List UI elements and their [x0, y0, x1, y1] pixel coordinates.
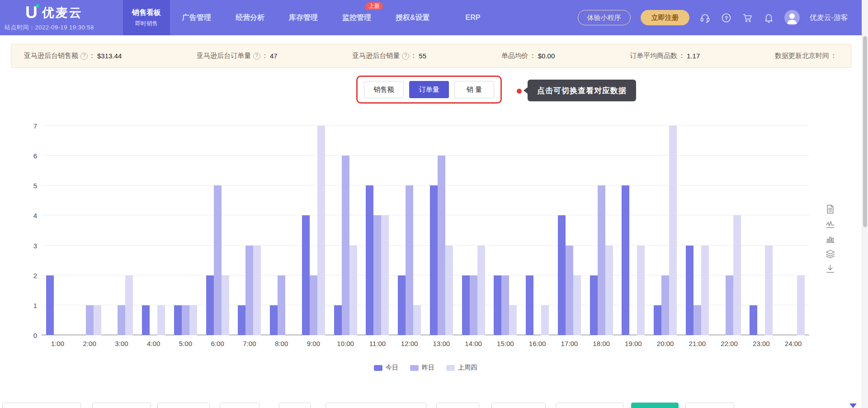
summary-stats-bar: 亚马逊后台销售额?：$313.44亚马逊后台订单量?：47亚马逊后台销量?：55… [11, 44, 852, 68]
bar-今日 [302, 215, 310, 335]
bar-今日 [206, 275, 214, 335]
bar-上周四 [253, 246, 261, 335]
metric-tab-3[interactable]: 销 量 [454, 81, 494, 98]
bar-今日 [174, 305, 182, 335]
line-chart-icon[interactable] [825, 218, 836, 230]
cart-icon[interactable] [742, 12, 753, 24]
bar-group: 1:00 [42, 126, 74, 335]
chart-side-toolbar [825, 204, 836, 275]
x-axis-tick-label: 19:00 [625, 340, 642, 347]
bar-group: 6:00 [202, 126, 234, 335]
x-axis-tick-label: 9:00 [307, 340, 320, 347]
document-icon[interactable] [825, 204, 836, 215]
legend-item[interactable]: 昨日 [410, 364, 434, 372]
scroll-down-arrow-icon[interactable] [849, 403, 857, 408]
y-axis-tick-label: 1 [22, 302, 37, 309]
help-icon[interactable]: ? [402, 52, 409, 60]
bar-group: 5:00 [170, 126, 202, 335]
stat-item: 亚马逊后台销售额?：$313.44 [24, 52, 122, 60]
bar-昨日 [182, 305, 189, 335]
bar-上周四 [222, 275, 229, 335]
bar-group: 17:00 [553, 126, 585, 335]
bar-今日 [334, 305, 342, 335]
partial-control[interactable] [556, 403, 623, 408]
bar-今日 [462, 275, 470, 335]
bar-上周四 [349, 246, 357, 335]
partial-primary-button[interactable] [631, 403, 679, 408]
bar-上周四 [701, 246, 709, 335]
bar-今日 [558, 215, 566, 335]
stat-label: 订单平均商品数 [630, 52, 677, 60]
x-axis-tick-label: 6:00 [211, 340, 224, 347]
legend-label: 上周四 [458, 364, 477, 372]
stat-colon: ： [410, 52, 417, 60]
bar-今日 [622, 185, 629, 335]
partial-control[interactable] [157, 403, 210, 408]
bar-group: 11:00 [362, 126, 394, 335]
nav-item-2[interactable]: 广告管理 [178, 0, 216, 35]
partial-control[interactable] [326, 403, 426, 408]
nav-item-4[interactable]: 库存管理 [284, 0, 322, 35]
x-axis-tick-label: 16:00 [529, 340, 546, 347]
layers-icon[interactable] [825, 248, 836, 260]
mini-program-button[interactable]: 体验小程序 [578, 10, 631, 25]
metric-tab-group-highlight: 销售额订单量销 量 [356, 76, 502, 104]
partial-control[interactable] [491, 403, 546, 408]
x-axis-tick-label: 7:00 [243, 340, 256, 347]
callout-tooltip: 点击可切换查看对应数据 [528, 80, 636, 101]
bar-上周四 [413, 305, 421, 335]
partial-control[interactable] [436, 403, 479, 408]
partial-control[interactable] [2, 403, 81, 408]
legend-item[interactable]: 上周四 [446, 364, 477, 372]
nav-item-label: ERP [466, 14, 481, 22]
help-icon[interactable]: ? [80, 52, 88, 60]
site-time: 站点时间：2022-09-19 19:30:58 [5, 24, 94, 32]
nav-item-7[interactable]: ERP [461, 0, 485, 35]
metric-tab-2[interactable]: 订单量 [409, 81, 449, 98]
header-icon-group: ? [699, 12, 774, 24]
y-axis-tick-label: 7 [22, 122, 37, 130]
stat-colon: ： [89, 52, 95, 60]
partial-control[interactable] [279, 403, 311, 408]
scrollbar-track[interactable] [862, 0, 868, 408]
new-badge: 上新 [366, 2, 383, 10]
download-icon[interactable] [825, 263, 836, 275]
nav-item-label: 监控管理 [342, 13, 371, 23]
avatar[interactable] [784, 10, 800, 25]
bar-group: 20:00 [649, 126, 681, 335]
nav-item-1[interactable]: 销售看板即时销售 [123, 0, 170, 35]
bar-昨日 [726, 275, 733, 335]
x-axis-tick-label: 13:00 [433, 340, 450, 347]
stat-colon: ： [678, 52, 685, 60]
username[interactable]: 优麦云-游客 [810, 13, 848, 23]
stat-item: 亚马逊后台订单量?：47 [197, 52, 278, 60]
y-axis-tick-label: 4 [22, 212, 37, 219]
customer-service-icon[interactable] [699, 12, 711, 24]
bar-chart-icon[interactable] [825, 233, 836, 245]
legend-swatch [410, 365, 419, 371]
x-axis-tick-label: 17:00 [561, 340, 578, 347]
metric-tab-1[interactable]: 销售额 [364, 81, 404, 98]
bar-group: 10:00 [330, 126, 362, 335]
bell-icon[interactable] [763, 12, 774, 24]
help-icon[interactable]: ? [253, 52, 260, 60]
legend-item[interactable]: 今日 [374, 364, 398, 372]
register-button[interactable]: 立即注册 [641, 10, 689, 25]
logo-dot-icon [36, 4, 39, 8]
nav-item-6[interactable]: 授权&设置 [391, 0, 434, 35]
x-axis-tick-label: 24:00 [785, 340, 802, 347]
nav-item-3[interactable]: 经营分析 [231, 0, 269, 35]
partial-control[interactable] [220, 403, 260, 408]
nav-item-5[interactable]: 监控管理上新 [338, 0, 376, 35]
x-axis-tick-label: 18:00 [593, 340, 610, 347]
partial-control[interactable] [92, 403, 151, 408]
scrollbar-thumb[interactable] [863, 36, 867, 227]
x-axis-tick-label: 15:00 [497, 340, 514, 347]
help-icon[interactable]: ? [721, 12, 732, 24]
logo[interactable]: U 优麦云 [25, 3, 83, 23]
stat-label: 亚马逊后台销量 [352, 52, 400, 60]
partial-control[interactable] [685, 403, 734, 408]
top-nav-bar: U 优麦云 站点时间：2022-09-19 19:30:58 销售看板即时销售广… [0, 0, 868, 35]
brand-name: 优麦云 [42, 5, 83, 21]
bar-上周四 [445, 246, 453, 335]
